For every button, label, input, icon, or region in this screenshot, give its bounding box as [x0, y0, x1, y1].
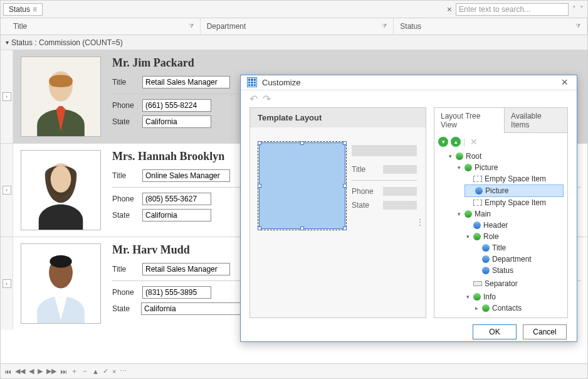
expand-button[interactable]: ›: [3, 92, 11, 101]
group-chip-label: Status: [9, 5, 30, 14]
search-input[interactable]: Enter text to search...: [456, 3, 569, 16]
filter-icon[interactable]: ⧩: [575, 23, 580, 30]
canvas-picture[interactable]: [259, 142, 345, 229]
dialog-titlebar[interactable]: Customize ×: [241, 75, 577, 90]
resize-grip-icon[interactable]: ⋮: [416, 217, 423, 227]
tree-node-contacts[interactable]: Contacts: [492, 302, 522, 314]
nav-add-icon[interactable]: ＋: [71, 366, 78, 376]
photo: [21, 243, 101, 324]
tree-node-separator[interactable]: Separator: [485, 278, 518, 289]
collapse-all-icon[interactable]: ▴: [451, 137, 461, 147]
layout-tree[interactable]: ▾Root ▾Picture ·Empty Space Item ·Pictur…: [438, 151, 564, 314]
filter-icon[interactable]: ⧩: [382, 23, 387, 30]
column-status-label: Status: [400, 22, 421, 31]
person-icon: [21, 151, 100, 230]
canvas-phone-bar[interactable]: [383, 187, 417, 196]
tab-layout-tree[interactable]: Layout Tree View: [434, 107, 505, 133]
title-field[interactable]: [142, 76, 230, 88]
nav-check-icon[interactable]: ✓: [103, 367, 108, 375]
canvas-header-bar[interactable]: [352, 145, 417, 156]
delete-node-icon[interactable]: ✕: [470, 137, 478, 147]
nav-prev-page-icon[interactable]: ◀◀: [15, 367, 25, 375]
person-icon: [21, 57, 100, 136]
expand-button[interactable]: ›: [3, 279, 11, 288]
column-title-label: Title: [13, 22, 27, 31]
tree-node-header[interactable]: Header: [483, 220, 508, 231]
tree-tools: ▾ ▴ | ✕: [438, 137, 564, 147]
state-field[interactable]: [141, 302, 248, 315]
dialog-body: Template Layout Title Phone State ⋮: [241, 107, 577, 323]
grid-icon: [247, 77, 257, 87]
canvas-title-label: Title: [352, 165, 377, 174]
tree-node-empty[interactable]: Empty Space Item: [485, 197, 546, 208]
dialog-toolbar: ↶ ↷: [241, 90, 577, 107]
expand-all-icon[interactable]: ▾: [438, 137, 448, 147]
tree-node-main[interactable]: Main: [475, 208, 491, 220]
customize-dialog: Customize × ↶ ↷ Template Layout Title: [240, 75, 577, 342]
nav-last-icon[interactable]: ⏭: [60, 368, 67, 375]
nav-next-page-icon[interactable]: ▶▶: [46, 367, 56, 375]
column-department-label: Department: [207, 22, 246, 31]
photo: [21, 150, 101, 230]
canvas-phone-label: Phone: [352, 187, 377, 196]
phone-field[interactable]: [142, 286, 211, 299]
tab-available-items[interactable]: Available Items: [504, 107, 568, 133]
tree-node-role[interactable]: Role: [483, 231, 499, 242]
redo-icon[interactable]: ↷: [263, 93, 271, 105]
tree-panel: Layout Tree View Available Items ▾ ▴ | ✕…: [434, 107, 568, 318]
card-gutter: ›: [1, 50, 13, 143]
dialog-title: Customize: [262, 78, 300, 87]
title-field[interactable]: [142, 263, 230, 275]
search-placeholder: Enter text to search...: [459, 5, 530, 14]
phone-field[interactable]: [142, 99, 211, 112]
state-field[interactable]: [142, 115, 211, 128]
ok-button[interactable]: OK: [473, 324, 517, 339]
column-status[interactable]: Status ⧩: [394, 18, 587, 35]
group-chip-status[interactable]: Status ≡: [3, 3, 43, 16]
phone-field[interactable]: [142, 193, 211, 205]
tree-node-status[interactable]: Status: [492, 265, 513, 276]
column-department[interactable]: Department ⧩: [201, 18, 394, 35]
tree-node-root[interactable]: Root: [466, 151, 481, 162]
phone-label: Phone: [112, 101, 137, 110]
search-next-icon[interactable]: ˅: [579, 5, 585, 13]
close-icon[interactable]: ×: [559, 76, 570, 89]
svg-point-4: [50, 255, 71, 268]
tree-node-empty[interactable]: Empty Space Item: [485, 173, 546, 184]
canvas-state-bar[interactable]: [383, 201, 417, 210]
nav-edit-icon[interactable]: ▲: [92, 368, 99, 375]
tree-node-picture-group[interactable]: Picture: [475, 162, 498, 173]
clear-search-icon[interactable]: ×: [443, 4, 456, 14]
nav-next-icon[interactable]: ▶: [38, 367, 43, 375]
nav-cancel-icon[interactable]: ×: [112, 368, 116, 375]
title-field[interactable]: [142, 169, 230, 182]
nav-more-icon[interactable]: ⋯: [120, 367, 127, 375]
search-prev-icon[interactable]: ˄: [571, 5, 577, 13]
phone-label: Phone: [112, 195, 137, 203]
phone-label: Phone: [112, 288, 137, 297]
tree-box: ▾ ▴ | ✕ ▾Root ▾Picture ·E: [434, 132, 568, 318]
record-navigator: ⏮ ◀◀ ◀ ▶ ▶▶ ⏭ ＋ － ▲ ✓ × ⋯: [1, 363, 587, 378]
tree-node-picture[interactable]: Picture: [485, 185, 508, 196]
canvas-title-bar[interactable]: [383, 165, 417, 174]
group-row-text: Status : Commission (COUNT=5): [11, 38, 123, 47]
sort-icon: ≡: [33, 5, 37, 14]
cancel-button[interactable]: Cancel: [523, 324, 567, 339]
filter-icon[interactable]: ⧩: [189, 23, 194, 30]
layout-canvas[interactable]: Title Phone State ⋮: [250, 127, 426, 318]
nav-prev-icon[interactable]: ◀: [29, 367, 34, 375]
group-row[interactable]: ▾ Status : Commission (COUNT=5): [1, 35, 587, 50]
nav-first-icon[interactable]: ⏮: [4, 368, 11, 375]
state-field[interactable]: [142, 209, 211, 222]
state-label: State: [112, 117, 137, 126]
expand-button[interactable]: ›: [3, 186, 11, 195]
tree-node-info[interactable]: Info: [483, 291, 496, 302]
column-title[interactable]: Title ⧩: [1, 18, 201, 35]
undo-icon[interactable]: ↶: [249, 93, 258, 105]
tree-node-title[interactable]: Title: [492, 242, 506, 254]
top-bar: Status ≡ × Enter text to search... ˄ ˅: [1, 1, 587, 18]
nav-remove-icon[interactable]: －: [81, 366, 88, 376]
column-headers: Title ⧩ Department ⧩ Status ⧩: [1, 18, 587, 35]
tree-node-department[interactable]: Department: [492, 254, 532, 265]
card-gutter: ›: [1, 237, 13, 330]
